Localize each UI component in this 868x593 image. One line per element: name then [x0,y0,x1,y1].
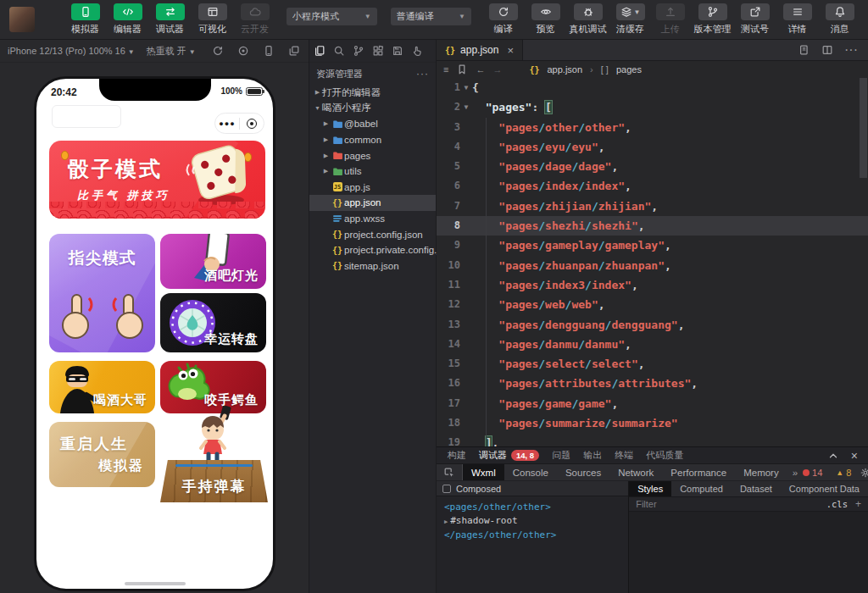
expand-arrow-icon[interactable]: ▶ [444,518,448,525]
styles-tab-computed[interactable]: Computed [671,481,732,496]
devtools-tab-performance[interactable]: Performance [662,464,735,480]
visualize-button[interactable]: 可视化 [192,3,232,36]
devtools-tab-console[interactable]: Console [504,464,557,480]
record-icon[interactable] [237,45,249,57]
close-panel-icon[interactable]: × [851,449,858,463]
panel-tab-debugger[interactable]: 调试器14, 8 [479,449,539,462]
code-line-16[interactable]: 16 "pages/attributes/attributes", [437,374,868,393]
inspect-element-icon[interactable] [437,464,463,480]
tile-bar-lights[interactable]: 酒吧灯光 [160,234,266,289]
devtools-tab-sources[interactable]: Sources [557,464,609,480]
device-debug-button[interactable]: 真机调试 [568,3,608,36]
debugger-button[interactable]: 调试器 [150,3,190,36]
shadow-root-node[interactable]: ▶#shadow-root [444,514,628,529]
home-indicator[interactable] [125,582,186,585]
editor-tab-appjson[interactable]: {} app.json × [437,40,523,60]
close-icon[interactable]: × [507,44,514,57]
outline-icon[interactable]: ≡ [443,64,448,75]
style-filter-input[interactable] [636,499,737,509]
panel-tab-code-quality[interactable]: 代码质量 [646,449,683,462]
editor-scrollbar[interactable] [860,78,867,178]
files-icon[interactable] [314,45,326,57]
hot-reload-toggle[interactable]: 热重载 开▼ [147,45,196,58]
tree-item-project-private-config[interactable]: {}project.private.config.js... [309,242,436,258]
cloud-dev-button[interactable]: 云开发 [235,3,275,36]
tile-fingertip-mode[interactable]: 指尖模式 [49,234,155,352]
tile-drinking-brother[interactable]: 喝酒大哥 [49,361,155,413]
cls-toggle[interactable]: .cls [826,499,848,509]
search-placeholder-box[interactable] [52,105,121,128]
styles-tab-styles[interactable]: Styles [629,481,671,496]
tile-handheld-danmu[interactable]: 手持弹幕 [160,411,268,502]
more-actions-icon[interactable]: ··· [844,42,858,58]
source-control-icon[interactable] [353,45,364,57]
warning-count[interactable]: ▲8 [831,468,851,478]
code-line-1[interactable]: 1▼{ [437,78,868,97]
code-line-19[interactable]: 19 ], [437,433,868,446]
tree-item-app-json[interactable]: {}app.json [309,195,436,211]
avatar[interactable] [9,7,35,32]
code-line-8[interactable]: 8 "pages/shezhi/shezhi", [437,216,868,236]
add-style-icon[interactable]: + [855,498,861,510]
fold-icon[interactable]: ▼ [460,97,472,117]
tree-item-app-wxss[interactable]: app.wxss [309,211,436,227]
tree-item-common-folder[interactable]: ▶common [309,132,436,148]
tree-item-sitemap[interactable]: {}sitemap.json [309,258,436,274]
simulator-button[interactable]: 模拟器 [65,3,105,36]
messages-button[interactable]: 消息 [820,3,860,36]
hand-tool-icon[interactable] [411,45,423,57]
tree-item-utils-folder[interactable]: ▶utils [309,163,436,180]
code-line-3[interactable]: 3 "pages/other/other", [437,118,868,137]
devtools-tab-network[interactable]: Network [609,464,662,480]
tree-item-project-root[interactable]: ▼喝酒小程序 [309,101,436,117]
menu-dots-icon[interactable]: ●●● [215,119,239,128]
breadcrumb-node[interactable]: pages [616,64,642,75]
code-line-17[interactable]: 17 "pages/game/game", [437,394,868,413]
code-line-15[interactable]: 15 "pages/select/select", [437,354,868,374]
preview-button[interactable]: 预览 [526,3,565,36]
element-close-tag[interactable]: </pages/other/other> [444,529,628,542]
bookmark-icon[interactable] [456,64,468,75]
code-line-4[interactable]: 4 "pages/eyu/eyu", [437,137,868,157]
capsule-menu[interactable]: ●●● [214,113,264,134]
window-mode-icon[interactable] [288,45,300,57]
tree-item-babel-folder[interactable]: ▶@babel [309,116,436,132]
back-icon[interactable]: ← [476,64,485,75]
test-account-button[interactable]: 测试号 [735,3,775,36]
code-line-14[interactable]: 14 "pages/danmu/danmu", [437,335,868,354]
upload-button[interactable]: 上传 [650,3,690,36]
code-line-13[interactable]: 13 "pages/dengguang/dengguang", [437,315,868,335]
editor-button[interactable]: 编辑器 [108,3,147,36]
styles-tab-dataset[interactable]: Dataset [732,481,781,496]
panel-tab-build[interactable]: 构建 [448,449,466,462]
search-icon[interactable] [333,45,345,57]
devtools-tab-memory[interactable]: Memory [735,464,787,480]
details-button[interactable]: 详情 [777,3,817,36]
forward-icon[interactable]: → [492,64,502,75]
settings-icon[interactable] [860,467,868,479]
version-control-button[interactable]: 版本管理 [693,3,732,36]
device-selector[interactable]: iPhone 12/13 (Pro) 100% 16▼ [8,46,135,56]
split-editor-icon[interactable] [821,44,833,56]
more-actions-icon[interactable]: ··· [416,68,429,80]
devtools-tab-wxml[interactable]: Wxml [463,464,504,480]
code-editor[interactable]: 1▼{2▼ "pages": [3 "pages/other/other",4 … [437,78,868,446]
panel-tab-terminal[interactable]: 终端 [615,449,633,462]
tile-restart-life[interactable]: 重启人生 模拟器 [49,422,155,487]
code-line-2[interactable]: 2▼ "pages": [ [437,97,868,117]
save-all-icon[interactable] [392,45,403,57]
device-frame-icon[interactable] [263,45,275,57]
composed-checkbox[interactable] [442,485,451,493]
code-line-12[interactable]: 12 "pages/web/web", [437,295,868,314]
tree-item-open-editors[interactable]: ▶打开的编辑器 [309,85,436,101]
styles-tab-component-data[interactable]: Component Data [781,481,868,496]
clear-cache-button[interactable]: ▼清缓存 [610,3,650,36]
home-target-icon[interactable] [240,119,264,129]
breadcrumb-file[interactable]: app.json [547,64,582,75]
open-preview-icon[interactable] [798,44,810,56]
code-line-9[interactable]: 9 "pages/gameplay/gameplay", [437,236,868,255]
code-line-11[interactable]: 11 "pages/index3/index", [437,275,868,295]
panel-tab-problems[interactable]: 问题 [552,449,570,462]
collapse-panel-icon[interactable] [827,450,839,462]
error-count[interactable]: 14 [803,468,822,478]
